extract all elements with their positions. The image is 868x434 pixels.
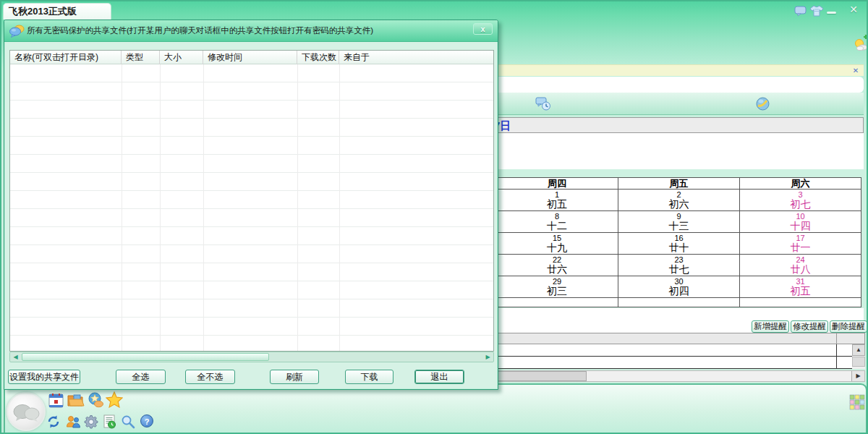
log-history-icon[interactable] — [102, 414, 116, 429]
shared-folder-icon[interactable] — [67, 393, 85, 408]
star-icon[interactable] — [106, 391, 123, 408]
dialog-close-button[interactable]: x — [473, 23, 493, 35]
refresh-button[interactable]: 刷新 — [270, 370, 319, 384]
weather-add-icon[interactable] — [853, 35, 868, 54]
calendar-cell[interactable]: 22廿六 — [496, 255, 618, 276]
calendar-week-row: 15十九 16廿十 17廿一 — [496, 232, 861, 254]
column-size[interactable]: 大小 — [160, 51, 203, 64]
settings-gear-icon[interactable] — [84, 414, 98, 429]
calendar-cell[interactable]: 1初五 — [496, 190, 618, 210]
chat-bubble-icon[interactable] — [794, 6, 807, 17]
file-list-body[interactable] — [10, 64, 493, 351]
add-reminder-button[interactable]: 新增提醒 — [752, 320, 789, 333]
column-name[interactable]: 名称(可双击打开目录) — [10, 51, 122, 64]
column-modified[interactable]: 修改时间 — [203, 51, 297, 64]
column-from[interactable]: 来自于 — [339, 51, 493, 64]
column-type[interactable]: 类型 — [122, 51, 160, 64]
calendar-cell[interactable]: 23廿七 — [618, 255, 739, 276]
calendar-cell[interactable]: 3初七 — [739, 190, 861, 210]
notification-close-icon[interactable]: ✕ — [851, 66, 861, 76]
chat-bubbles-icon — [9, 25, 25, 38]
column-divider — [836, 344, 837, 369]
select-none-button[interactable]: 全不选 — [185, 370, 235, 384]
calendar-cell[interactable]: 29初三 — [496, 276, 618, 297]
calendar-cell[interactable]: 15十九 — [496, 233, 618, 254]
calendar-cell[interactable]: 31初五 — [739, 276, 861, 297]
delete-reminder-button[interactable]: 删除提醒 — [830, 320, 867, 333]
calendar-cell[interactable]: 10十四 — [739, 211, 861, 232]
calendar-header-fri: 周五 — [618, 178, 739, 189]
column-divider — [836, 333, 837, 344]
window-close-icon[interactable]: ✕ — [846, 4, 861, 17]
hscroll-thumb[interactable] — [22, 353, 269, 361]
shared-files-dialog: 所有无密码保护的共享文件(打开某用户的聊天对话框中的共享文件按钮打开有密码的共享… — [4, 20, 498, 390]
minimize-icon[interactable] — [827, 12, 836, 14]
calendar-week-row: 1初五 2初六 3初七 — [496, 189, 861, 210]
calendar-cell[interactable]: 24廿八 — [739, 255, 861, 276]
calendar-header-sat: 周六 — [739, 178, 861, 189]
file-list: 名称(可双击打开目录) 类型 大小 修改时间 下载次数 来自于 — [9, 50, 494, 352]
scroll-up-icon[interactable]: ▲ — [852, 344, 865, 356]
globe-icon[interactable] — [755, 96, 770, 111]
dialog-title: 所有无密码保护的共享文件(打开某用户的聊天对话框中的共享文件按钮打开有密码的共享… — [27, 20, 373, 41]
calendar-week-row: 22廿六 23廿七 24廿八 — [496, 254, 861, 276]
chat-history-icon[interactable] — [535, 96, 551, 111]
edit-reminder-button[interactable]: 修改提醒 — [791, 320, 828, 333]
calendar-icon[interactable] — [48, 393, 64, 408]
calendar-cell[interactable]: 16廿十 — [618, 233, 739, 254]
select-all-button[interactable]: 全选 — [116, 370, 166, 384]
scroll-right-icon[interactable]: ▶ — [851, 371, 864, 381]
dialog-header: 所有无密码保护的共享文件(打开某用户的聊天对话框中的共享文件按钮打开有密码的共享… — [4, 20, 498, 42]
window-title: 飞秋2013正式版 — [4, 4, 111, 20]
calendar-cell[interactable]: 8十二 — [496, 211, 618, 232]
scroll-right-icon[interactable]: ▶ — [482, 352, 493, 362]
avatar[interactable] — [7, 392, 46, 431]
grid-apps-icon[interactable] — [849, 394, 865, 410]
download-button[interactable]: 下载 — [345, 370, 393, 384]
users-icon[interactable] — [66, 414, 81, 429]
set-share-button[interactable]: 设置我的共享文件 — [8, 370, 80, 384]
help-icon[interactable]: ? — [140, 414, 153, 427]
calendar-cell[interactable]: 30初四 — [618, 276, 739, 297]
calendar-week-row: 8十二 9十三 10十四 — [496, 210, 861, 232]
calendar-cell[interactable]: 2初六 — [618, 190, 739, 210]
calendar-header-row: 周四 周五 周六 — [496, 178, 861, 189]
calendar-header-thu: 周四 — [496, 178, 618, 189]
search-icon[interactable] — [121, 414, 135, 429]
calendar-cell[interactable]: 17廿一 — [739, 233, 861, 254]
calendar-week-row: 29初三 30初四 31初五 — [496, 276, 861, 297]
window-title-tab: 飞秋2013正式版 — [3, 3, 111, 20]
file-list-hscrollbar[interactable]: ◀ ▶ — [9, 352, 494, 362]
calendar-empty-row — [496, 297, 861, 307]
app-window: 飞秋2013正式版 ✕ ✕ 7日 周四 周五 — [0, 0, 868, 434]
file-list-header: 名称(可双击打开目录) 类型 大小 修改时间 下载次数 来自于 — [10, 51, 493, 64]
vscroll-thumb[interactable] — [852, 357, 865, 367]
refresh-icon[interactable] — [46, 414, 61, 429]
bottom-toolbar-panel: ? — [4, 383, 867, 434]
skin-shirt-icon[interactable] — [809, 5, 824, 17]
column-downloads[interactable]: 下载次数 — [297, 51, 339, 64]
scroll-left-icon[interactable]: ◀ — [10, 352, 21, 362]
calendar-cell[interactable]: 9十三 — [618, 211, 739, 232]
reminder-vscrollbar[interactable]: ▲ — [852, 344, 865, 369]
calendar-table: 周四 周五 周六 1初五 2初六 3初七 8十二 9十三 10十四 15十九 1… — [495, 177, 861, 307]
exit-button[interactable]: 退出 — [414, 370, 464, 384]
star-contacts-icon[interactable] — [87, 392, 104, 408]
